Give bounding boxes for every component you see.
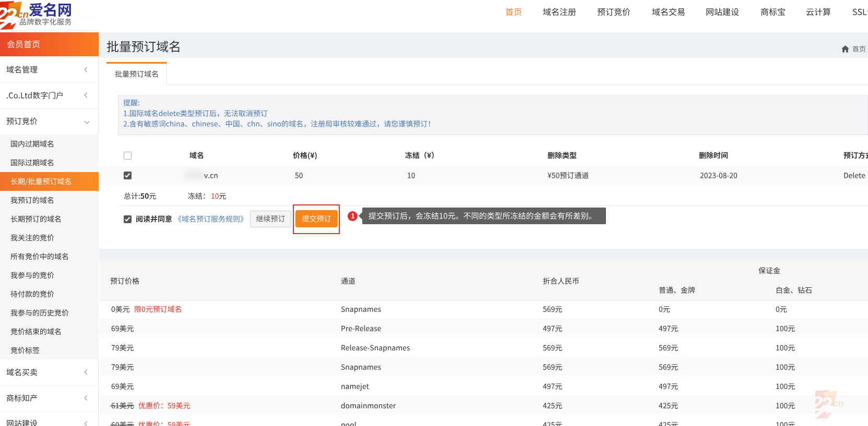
svg-text:2: 2 — [5, 4, 17, 27]
svg-text:cn: cn — [833, 398, 844, 409]
svg-text:cn: cn — [17, 9, 29, 20]
svg-text:2: 2 — [820, 393, 832, 416]
